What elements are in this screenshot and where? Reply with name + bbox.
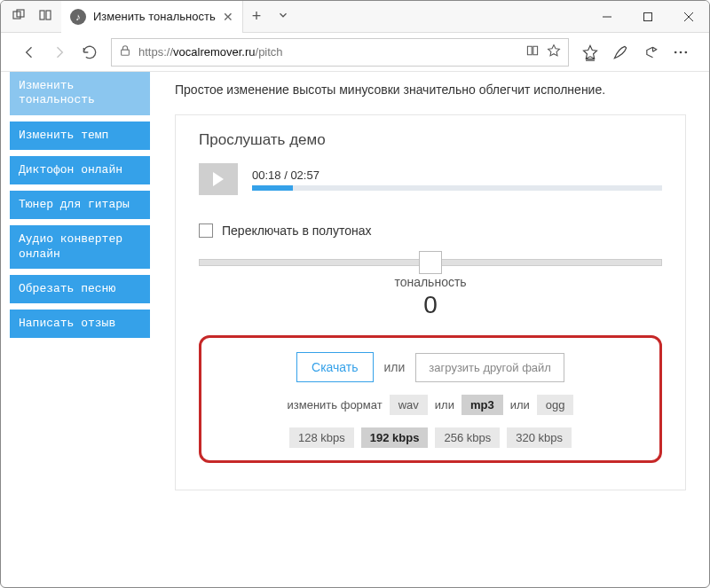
sidebar-item-label: Обрезать песню [19,282,115,295]
semitone-checkbox[interactable] [199,223,213,238]
sidebar-item-cut[interactable]: Обрезать песню [10,275,150,303]
sidebar-item-label: Изменить темп [19,129,108,142]
pitch-slider-value: 0 [199,291,662,319]
url-text: https://vocalremover.ru/pitch [138,45,518,59]
svg-rect-8 [122,50,130,55]
favorite-star-icon[interactable] [547,43,561,60]
pitch-slider-label: тональность [199,275,662,289]
tab-overlap-icon[interactable] [12,8,26,25]
sidebar-item-converter[interactable]: Аудио конвертер онлайн [10,225,150,269]
bitrate-128[interactable]: 128 kbps [289,427,354,448]
sidebar-item-label: Написать отзыв [19,317,115,330]
address-bar[interactable]: https://vocalremover.ru/pitch [111,38,569,67]
svg-rect-2 [40,11,44,20]
svg-point-12 [680,51,682,53]
svg-point-13 [685,51,688,53]
browser-tab[interactable]: ♪ Изменить тональность ✕ [61,1,243,33]
download-button[interactable]: Скачать [296,352,374,382]
page-description: Простое изменение высоты минусовки значи… [175,82,686,97]
bitrate-256[interactable]: 256 kbps [435,427,500,448]
sidebar-item-tuner[interactable]: Тюнер для гитары [10,191,150,219]
more-menu-icon[interactable] [672,43,690,61]
favorites-hub-icon[interactable] [581,43,599,61]
format-or-2: или [510,398,530,412]
bitrate-320[interactable]: 320 kbps [507,427,572,448]
player-progress[interactable] [252,185,662,191]
svg-rect-5 [644,12,652,20]
pitch-slider-handle[interactable] [419,251,442,274]
format-row: изменить формат wav или mp3 или ogg [216,395,645,415]
player-progress-fill [252,185,293,191]
tab-title: Изменить тональность [93,10,216,23]
format-wav[interactable]: wav [390,395,428,415]
play-button[interactable] [199,163,238,195]
bitrate-row: 128 kbps 192 kbps 256 kbps 320 kbps [216,427,645,448]
sidebar-item-label: Тюнер для гитары [19,198,130,211]
svg-point-11 [674,51,677,53]
pitch-slider-track[interactable] [199,259,662,266]
download-section: Скачать или загрузить другой файл измени… [199,335,662,463]
sidebar-item-label: Диктофон онлайн [19,163,122,176]
notes-icon[interactable] [611,43,629,61]
sidebar-item-label: Аудио конвертер онлайн [19,232,122,260]
sidebar-item-pitch[interactable]: Изменить тональность [10,72,150,115]
sidebar-item-feedback[interactable]: Написать отзыв [10,310,150,338]
window-minimize-button[interactable] [587,1,627,33]
sidebar-item-recorder[interactable]: Диктофон онлайн [10,156,150,184]
semitone-checkbox-label: Переключать в полутонах [222,223,372,238]
forward-button[interactable] [51,43,68,61]
format-prefix: изменить формат [288,398,383,412]
lock-icon [119,44,131,59]
close-tab-icon[interactable]: ✕ [223,10,233,24]
set-aside-icon[interactable] [38,8,52,25]
new-tab-button[interactable]: + [243,7,271,26]
format-mp3[interactable]: mp3 [462,395,503,415]
or-label: или [384,360,406,374]
back-button[interactable] [20,43,38,61]
window-maximize-button[interactable] [627,1,668,33]
sidebar-item-tempo[interactable]: Изменить темп [10,122,150,150]
sidebar: Изменить тональность Изменить темп Дикто… [1,72,157,587]
demo-heading: Прослушать демо [199,131,662,149]
refresh-button[interactable] [81,43,99,61]
window-close-button[interactable] [668,1,709,33]
format-ogg[interactable]: ogg [537,395,574,415]
tab-actions-chevron-icon[interactable] [270,9,296,24]
svg-rect-3 [46,11,51,20]
share-icon[interactable] [642,43,659,61]
player-time: 00:18 / 02:57 [252,169,662,182]
format-or-1: или [435,398,454,412]
demo-panel: Прослушать демо 00:18 / 02:57 Переключат… [175,114,686,490]
bitrate-192[interactable]: 192 kbps [361,427,429,448]
favicon-icon: ♪ [70,9,86,25]
reading-view-icon[interactable] [525,43,540,60]
sidebar-item-label: Изменить тональность [19,79,95,106]
upload-another-button[interactable]: загрузить другой файл [415,353,564,382]
